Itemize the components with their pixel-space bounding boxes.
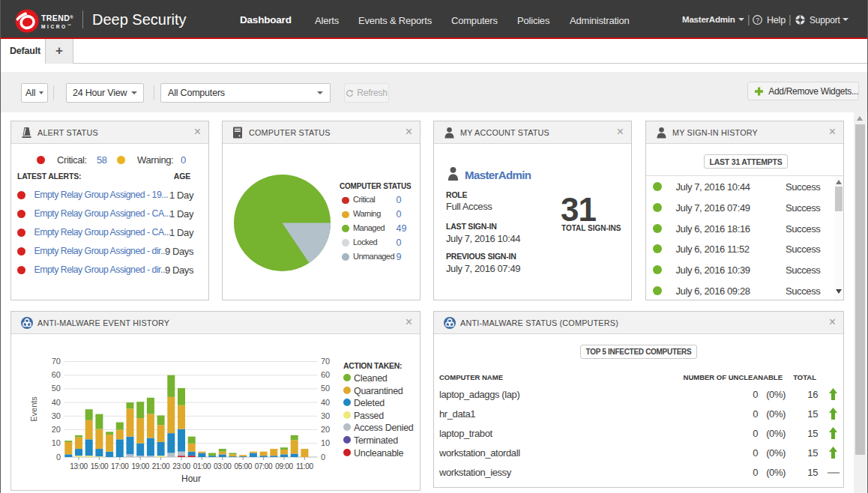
svg-text:21:00: 21:00 — [152, 462, 170, 471]
svg-text:40: 40 — [52, 398, 61, 407]
svg-text:01:00: 01:00 — [193, 462, 211, 471]
svg-text:30: 30 — [52, 411, 61, 420]
svg-text:10: 10 — [321, 438, 330, 447]
svg-text:Hour: Hour — [181, 474, 201, 484]
svg-text:60: 60 — [52, 370, 61, 379]
svg-text:19:00: 19:00 — [131, 462, 149, 471]
svg-text:20: 20 — [52, 425, 61, 434]
svg-text:09:00: 09:00 — [275, 462, 293, 471]
svg-text:70: 70 — [321, 357, 330, 366]
svg-text:17:00: 17:00 — [111, 462, 129, 471]
svg-text:60: 60 — [321, 370, 330, 379]
svg-text:?: ? — [756, 16, 759, 24]
svg-text:30: 30 — [321, 411, 330, 420]
svg-text:0: 0 — [321, 453, 325, 462]
svg-text:50: 50 — [321, 384, 330, 393]
svg-text:50: 50 — [52, 384, 61, 393]
svg-text:70: 70 — [52, 357, 61, 366]
svg-text:15:00: 15:00 — [91, 462, 109, 471]
svg-text:10: 10 — [52, 438, 61, 447]
svg-text:13:00: 13:00 — [70, 462, 88, 471]
svg-text:40: 40 — [321, 398, 330, 407]
svg-text:20: 20 — [321, 425, 330, 434]
svg-text:0: 0 — [56, 453, 61, 462]
svg-text:07:00: 07:00 — [255, 462, 273, 471]
svg-text:11:00: 11:00 — [296, 462, 314, 471]
svg-text:05:00: 05:00 — [234, 462, 252, 471]
svg-text:23:00: 23:00 — [172, 462, 190, 471]
svg-text:Events: Events — [29, 396, 38, 422]
svg-text:03:00: 03:00 — [214, 462, 232, 471]
